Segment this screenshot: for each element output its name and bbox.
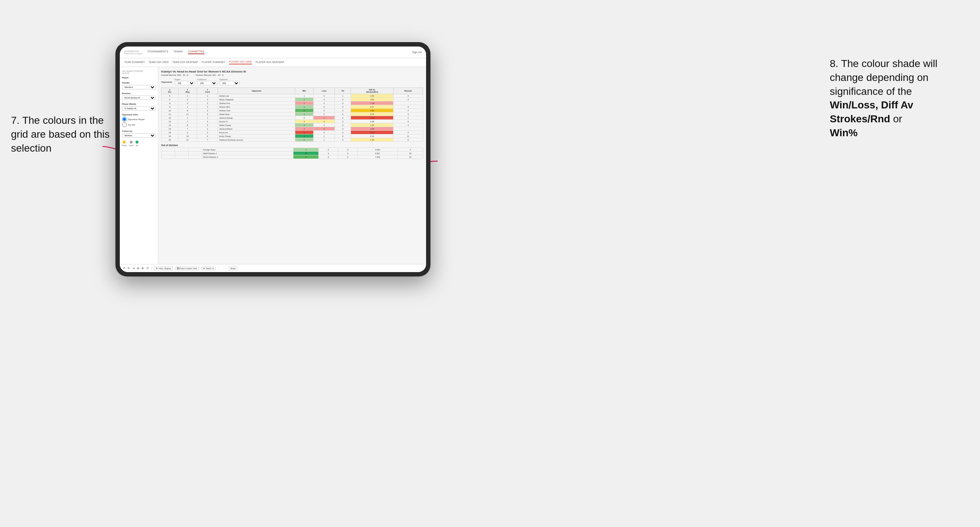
redo-icon[interactable]: ↻ bbox=[127, 267, 130, 270]
sidebar-radio-group: Opponents Played Top 100 bbox=[122, 117, 156, 127]
main-content: Katelyn Vo Head-to-Head Grid for Women's… bbox=[158, 67, 426, 264]
table-row: 522Alexis Sudjianto1004.003 bbox=[162, 98, 423, 102]
tablet-frame: SCOREBOARD Powered by clippd TOURNAMENTS… bbox=[115, 42, 431, 276]
colour-dot-gray bbox=[130, 141, 133, 144]
filter-region: Region (All) bbox=[175, 78, 195, 85]
ood-table-row: NAIA Division 115009.26730 bbox=[162, 152, 423, 155]
table-row: 914Sharon Mun1003.673 bbox=[162, 105, 423, 109]
annotation-left-text: 7. The colours in the grid are based on … bbox=[11, 114, 110, 154]
sidebar-radio-top100[interactable]: Top 100 bbox=[122, 122, 156, 127]
sub-nav-player-summary[interactable]: PLAYER SUMMARY bbox=[202, 61, 225, 64]
watch-btn[interactable]: 👁 Watch ▾ bbox=[201, 267, 215, 270]
sidebar-radio-played[interactable]: Opponents Played bbox=[122, 117, 156, 122]
sidebar-division-label: Division bbox=[122, 92, 156, 94]
colour-legend: Down Level Up bbox=[122, 141, 156, 146]
ood-table-row: Foreign Team1004.5002 bbox=[162, 148, 423, 152]
sidebar-gender-select[interactable]: Women's bbox=[122, 85, 156, 89]
colour-label-down: Down bbox=[122, 144, 127, 146]
colour-label-level: Level bbox=[129, 144, 134, 146]
save-custom-btn[interactable]: 💾 Save Custom View bbox=[175, 267, 199, 270]
filter-conference-label: Conference bbox=[197, 78, 217, 81]
sidebar-division-select[interactable]: NCAA Division III bbox=[122, 95, 156, 100]
sidebar-opponent-view-label: Opponent view bbox=[122, 114, 156, 116]
filter-opponent-label: Opponent bbox=[220, 78, 240, 81]
filters-row: Opponents: Region (All) Conference (All) bbox=[161, 78, 423, 85]
sub-nav: TEAM SUMMARY TEAM H2H GRID TEAM H2H HEAT… bbox=[120, 58, 426, 67]
th-win: Win bbox=[295, 88, 313, 94]
colour-item-up: Up bbox=[135, 141, 138, 146]
ood-table-row: NCAA Division 25007.40010 bbox=[162, 155, 423, 159]
colour-label-up: Up bbox=[136, 144, 138, 146]
filter-conference: Conference (All) bbox=[197, 78, 217, 85]
filter-region-select[interactable]: (All) bbox=[175, 81, 195, 85]
table-row: 11116Heejo Hyun1003.333 bbox=[162, 113, 423, 116]
table-row: 1063Andrea York2004.004 bbox=[162, 109, 423, 113]
table-row: 311Esther Lee1011.504 bbox=[162, 94, 423, 98]
toolbar-sep1 bbox=[151, 266, 152, 271]
overall-record: Overall Record: 353 - 34 - 6 bbox=[161, 74, 188, 76]
colour-item-down: Down bbox=[122, 141, 127, 146]
sidebar-colour-label: Colour by bbox=[122, 130, 156, 132]
sidebar-timestamp: Last Updated: 27/03/2024 16:55:38 bbox=[122, 70, 156, 75]
annotation-right-or: or bbox=[893, 113, 902, 124]
copy-icon[interactable]: ⧉ bbox=[137, 267, 139, 270]
th-rounds: Rounds bbox=[393, 88, 423, 94]
annotation-right-line1: 8. The colour shade will change dependin… bbox=[830, 58, 937, 97]
bottom-toolbar: ↺ ↻ ⇥ ⧉ ⊕ ⏱ 👁 View: Original 💾 Save Cust… bbox=[120, 264, 426, 272]
annotation-right: 8. The colour shade will change dependin… bbox=[830, 57, 969, 140]
watch-icon: 👁 bbox=[203, 267, 205, 270]
nav-links: TOURNAMENTS TEAMS COMMITTEE bbox=[147, 50, 412, 54]
sub-nav-player-h2h-grid[interactable]: PLAYER H2H GRID bbox=[229, 60, 252, 65]
annotation-left: 7. The colours in the grid are based on … bbox=[11, 114, 114, 155]
sub-nav-team-h2h-grid[interactable]: TEAM H2H GRID bbox=[149, 61, 169, 64]
filter-opponent-select[interactable]: (All) bbox=[220, 81, 240, 85]
sidebar-player-label: Player bbox=[122, 76, 156, 79]
filter-conference-select[interactable]: (All) bbox=[197, 81, 217, 85]
sidebar-player-rank-section: Player (Rank) 8. Katelyn Vo bbox=[122, 103, 156, 111]
sidebar-player-rank-select[interactable]: 8. Katelyn Vo bbox=[122, 106, 156, 111]
forward-icon[interactable]: ⇥ bbox=[132, 267, 135, 270]
view-original-btn[interactable]: 👁 View: Original bbox=[154, 267, 173, 270]
division-record: Division Record: 331 - 34 - 6 bbox=[196, 74, 223, 76]
nav-teams[interactable]: TEAMS bbox=[173, 50, 183, 54]
filter-opponent: Opponent (All) bbox=[220, 78, 240, 85]
save-icon: 💾 bbox=[177, 267, 180, 270]
out-of-division-header: Out of division bbox=[161, 144, 423, 146]
opponents-label: Opponents: bbox=[161, 81, 173, 83]
th-diff: Diff AvStrokes/Rnd bbox=[351, 88, 393, 94]
th-tie: Tie bbox=[335, 88, 351, 94]
sidebar-player-rank-label: Player (Rank) bbox=[122, 103, 156, 105]
annotation-right-bold3: Win% bbox=[830, 127, 858, 138]
th-div: #Div bbox=[162, 88, 178, 94]
undo-icon[interactable]: ↺ bbox=[123, 267, 125, 270]
clock-icon[interactable]: ⏱ bbox=[146, 267, 149, 270]
table-header-row: #Div #Reg #Conf Opponent Win Loss Tie Di… bbox=[162, 88, 423, 94]
table-row: 1822Euna Lee100-5.002 bbox=[162, 131, 423, 134]
sub-nav-team-summary[interactable]: TEAM SUMMARY bbox=[124, 61, 145, 64]
nav-bar: SCOREBOARD Powered by clippd TOURNAMENTS… bbox=[120, 46, 426, 58]
sidebar-gender-label: Gender bbox=[122, 82, 156, 84]
sub-nav-team-h2h-heatmap[interactable]: TEAM H2H HEATMAP bbox=[172, 61, 198, 64]
share-btn[interactable]: Share bbox=[229, 267, 238, 270]
sidebar: Last Updated: 27/03/2024 16:55:38 Player… bbox=[120, 67, 158, 264]
logo: SCOREBOARD Powered by clippd bbox=[124, 50, 142, 55]
table-row: 20117Federica Domecq Lacroze2101.336 bbox=[162, 138, 423, 142]
logo-sub: Powered by clippd bbox=[124, 52, 142, 55]
eye-icon: 👁 bbox=[156, 267, 158, 270]
nav-tournaments[interactable]: TOURNAMENTS bbox=[147, 50, 168, 54]
sidebar-player-section: Player bbox=[122, 76, 156, 79]
nav-sign-out[interactable]: Sign out bbox=[412, 51, 422, 54]
th-conf: #Conf bbox=[197, 88, 218, 94]
colour-dot-green bbox=[135, 141, 138, 144]
colour-item-level: Level bbox=[129, 141, 134, 146]
out-of-division-table: Foreign Team1004.5002NAIA Division 11500… bbox=[161, 148, 423, 159]
table-row: 1671Jessica Mason120-0.94 bbox=[162, 127, 423, 131]
h2h-table: #Div #Reg #Conf Opponent Win Loss Tie Di… bbox=[161, 87, 423, 142]
link-icon[interactable]: ⊕ bbox=[142, 267, 144, 270]
sidebar-division-section: Division NCAA Division III bbox=[122, 92, 156, 100]
nav-committee[interactable]: COMMITTEE bbox=[188, 50, 204, 54]
th-reg: #Reg bbox=[178, 88, 197, 94]
sub-nav-player-h2h-heatmap[interactable]: PLAYER H2H HEATMAP bbox=[256, 61, 284, 64]
annotation-right-bold1: Win/Loss, bbox=[830, 99, 878, 111]
sidebar-colour-select[interactable]: Win/loss bbox=[122, 133, 156, 138]
